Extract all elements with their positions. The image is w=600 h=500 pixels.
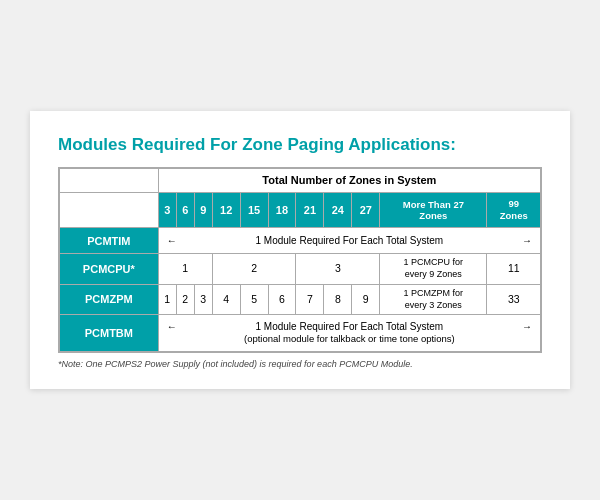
zone-col-9: 9: [194, 192, 212, 228]
pcmzpm-5: 5: [240, 284, 268, 314]
row-pcmtbm: PCMTBM ← 1 Module Required For Each Tota…: [60, 315, 541, 351]
pcmtim-value: ← 1 Module Required For Each Total Syste…: [158, 228, 540, 254]
pcmzpm-7: 7: [296, 284, 324, 314]
pcmzpm-99: 33: [487, 284, 541, 314]
pcmzpm-2: 2: [176, 284, 194, 314]
pcmtbm-value: ← 1 Module Required For Each Total Syste…: [158, 315, 540, 351]
pcmcpu-val-99: 11: [487, 254, 541, 284]
zone-col-3: 3: [158, 192, 176, 228]
header-zone-row: Total Number of Zones in System: [60, 169, 541, 192]
zone-col-more27: More Than 27Zones: [380, 192, 487, 228]
pcmzpm-4: 4: [212, 284, 240, 314]
empty-corner: [60, 169, 159, 192]
pcmcpu-val-1: 1: [158, 254, 212, 284]
page-title: Modules Required For Zone Paging Applica…: [58, 135, 542, 155]
pcmzpm-3: 3: [194, 284, 212, 314]
pcmtbm-label: PCMTBM: [60, 315, 159, 351]
empty-label-header: [60, 192, 159, 228]
pcmzpm-label: PCMZPM: [60, 284, 159, 314]
pcmcpu-label: PCMCPU*: [60, 254, 159, 284]
pcmzpm-more: 1 PCMZPM forevery 3 Zones: [380, 284, 487, 314]
main-card: Modules Required For Zone Paging Applica…: [30, 111, 570, 388]
pcmtim-label: PCMTIM: [60, 228, 159, 254]
zone-col-6: 6: [176, 192, 194, 228]
zone-col-12: 12: [212, 192, 240, 228]
zone-col-18: 18: [268, 192, 296, 228]
zone-header: Total Number of Zones in System: [158, 169, 540, 192]
zone-col-24: 24: [324, 192, 352, 228]
row-pcmcpu: PCMCPU* 1 2 3 1 PCMCPU forevery 9 Zones …: [60, 254, 541, 284]
header-nums-row: 3 6 9 12 15 18 21 24 27 More Than 27Zone…: [60, 192, 541, 228]
zone-col-99: 99Zones: [487, 192, 541, 228]
row-pcmzpm: PCMZPM 1 2 3 4 5 6 7 8 9 1 PCMZPM foreve…: [60, 284, 541, 314]
footnote: *Note: One PCMPS2 Power Supply (not incl…: [58, 359, 542, 369]
table-wrapper: Total Number of Zones in System 3 6 9 12…: [58, 167, 542, 352]
pcmzpm-8: 8: [324, 284, 352, 314]
pcmzpm-6: 6: [268, 284, 296, 314]
zone-col-21: 21: [296, 192, 324, 228]
pcmzpm-9: 9: [352, 284, 380, 314]
pcmcpu-val-3: 3: [296, 254, 380, 284]
pcmzpm-1: 1: [158, 284, 176, 314]
pcmcpu-val-more: 1 PCMCPU forevery 9 Zones: [380, 254, 487, 284]
row-pcmtim: PCMTIM ← 1 Module Required For Each Tota…: [60, 228, 541, 254]
modules-table: Total Number of Zones in System 3 6 9 12…: [59, 168, 541, 351]
zone-col-15: 15: [240, 192, 268, 228]
pcmcpu-val-2: 2: [212, 254, 296, 284]
zone-col-27: 27: [352, 192, 380, 228]
